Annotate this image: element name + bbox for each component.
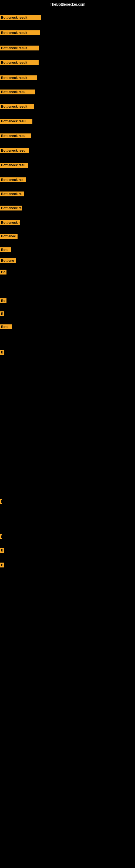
bottleneck-badge-b5: Bottleneck result: [0, 75, 37, 80]
bottleneck-badge-b27: B: [0, 563, 4, 567]
bottleneck-badge-b6: Bottleneck resu: [0, 90, 35, 94]
bottleneck-badge-b8: Bottleneck resul: [0, 119, 32, 124]
bottleneck-badge-b2: Bottleneck result: [0, 30, 40, 35]
bottleneck-badge-b14: Bottleneck re: [0, 206, 22, 211]
bottleneck-badge-b9: Bottleneck resu: [0, 133, 31, 138]
bottleneck-badge-b19: Bo: [0, 270, 6, 275]
bottleneck-badge-b16: Bottlenec: [0, 234, 17, 239]
bottleneck-badge-b20: Bo: [0, 299, 6, 303]
site-title: TheBottlenecker.com: [0, 2, 135, 6]
bottleneck-badge-b12: Bottleneck res: [0, 177, 26, 182]
bottleneck-badge-b7: Bottleneck result: [0, 104, 34, 109]
bottleneck-badge-b22: Bottl: [0, 324, 12, 329]
bottleneck-badge-b18: Bottlene: [0, 258, 16, 263]
bottleneck-badge-b3: Bottleneck result: [0, 45, 39, 51]
bottleneck-badge-b4: Bottleneck result: [0, 60, 39, 65]
bottleneck-badge-b25: I: [0, 534, 2, 539]
bottleneck-badge-b26: B: [0, 548, 4, 553]
bottleneck-badge-b11: Bottleneck resu: [0, 163, 28, 167]
bottleneck-badge-b13: Bottleneck re: [0, 191, 24, 196]
bottleneck-badge-b24: I: [0, 499, 2, 504]
bottleneck-badge-b17: Bott: [0, 247, 11, 252]
bottleneck-badge-b10: Bottleneck resu: [0, 148, 29, 153]
bottleneck-badge-b21: B: [0, 311, 4, 316]
bottleneck-badge-b15: Bottleneck re: [0, 220, 20, 225]
bottleneck-badge-b1: Bottleneck result: [0, 15, 41, 20]
bottleneck-badge-b23: B: [0, 350, 4, 355]
